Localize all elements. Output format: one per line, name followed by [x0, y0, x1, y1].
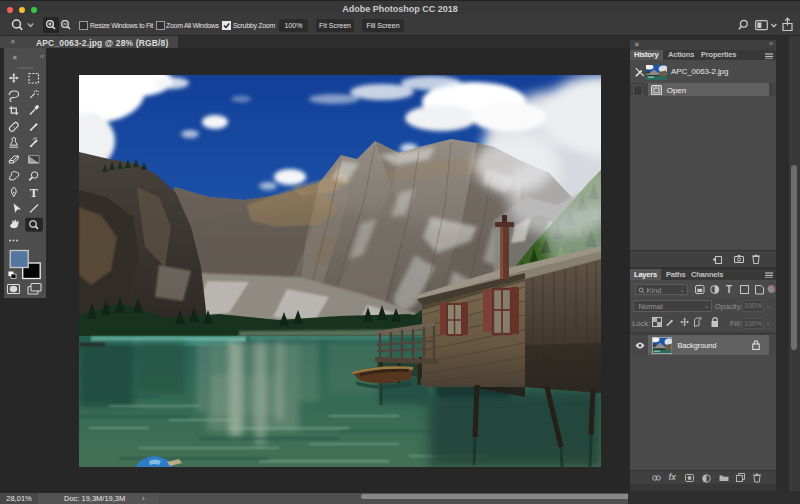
svg-text:T: T [30, 186, 38, 200]
svg-text:T: T [726, 285, 732, 295]
